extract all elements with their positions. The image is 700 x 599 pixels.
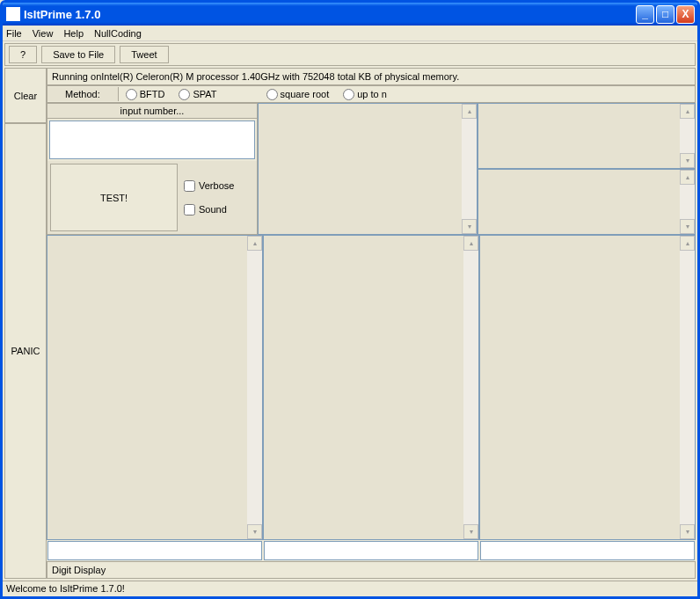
sound-checkbox[interactable]: Sound (184, 204, 253, 215)
save-to-file-button[interactable]: Save to File (41, 46, 115, 63)
menu-view[interactable]: View (33, 28, 54, 39)
titlebar: IsItPrime 1.7.0 _ □ X (3, 3, 697, 26)
radio-spat[interactable]: SPAT (179, 89, 216, 100)
system-info: Running onIntel(R) Celeron(R) M processo… (47, 68, 696, 85)
scrollbar[interactable]: ▴ ▾ (247, 236, 262, 539)
scroll-up-icon[interactable]: ▴ (247, 236, 262, 251)
scrollbar[interactable]: ▴ ▾ (463, 236, 478, 539)
scroll-up-icon[interactable]: ▴ (463, 236, 478, 251)
output-panel-2b[interactable]: ▴ ▾ (478, 169, 696, 235)
clear-button[interactable]: Clear (4, 68, 47, 123)
digit-display-label: Digit Display (52, 565, 106, 575)
radio-bftd[interactable]: BFTD (126, 89, 165, 100)
menu-file[interactable]: File (6, 28, 22, 39)
radio-upton[interactable]: up to n (343, 89, 387, 100)
window-title: IsItPrime 1.7.0 (24, 8, 100, 21)
menu-help[interactable]: Help (63, 28, 84, 39)
test-button[interactable]: TEST! (50, 164, 178, 231)
scroll-up-icon[interactable]: ▴ (680, 170, 695, 185)
scroll-down-icon[interactable]: ▾ (680, 524, 695, 539)
scroll-up-icon[interactable]: ▴ (680, 104, 695, 119)
bottom-input-3[interactable] (480, 541, 695, 560)
menu-nullcoding[interactable]: NullCoding (94, 28, 142, 39)
scrollbar[interactable]: ▴ ▾ (462, 104, 477, 234)
output-panel-1[interactable]: ▴ ▾ (258, 103, 478, 235)
bottom-input-1[interactable] (47, 541, 262, 560)
minimize-button[interactable]: _ (636, 5, 654, 24)
scrollbar[interactable]: ▴ ▾ (680, 104, 695, 168)
output-panel-2a[interactable]: ▴ ▾ (478, 103, 696, 169)
verbose-checkbox-input[interactable] (184, 180, 195, 192)
output-panel-3[interactable]: ▴ ▾ (47, 235, 263, 540)
output-panel-4[interactable]: ▴ ▾ (263, 235, 479, 540)
app-icon (6, 7, 20, 21)
digit-display-row: Digit Display (47, 561, 696, 579)
radio-upton-input[interactable] (343, 89, 354, 100)
close-button[interactable]: X (676, 5, 695, 24)
maximize-button[interactable]: □ (656, 5, 674, 24)
scroll-down-icon[interactable]: ▾ (680, 219, 695, 234)
method-row: Method: BFTD SPAT (47, 85, 696, 103)
panic-label: PANIC (11, 346, 40, 356)
bottom-input-2[interactable] (264, 541, 478, 560)
scroll-down-icon[interactable]: ▾ (462, 219, 477, 234)
radio-sqrt[interactable]: square root (266, 89, 330, 100)
help-button[interactable]: ? (9, 46, 37, 63)
output-panel-5[interactable]: ▴ ▾ (479, 235, 696, 540)
status-text: Welcome to IsItPrime 1.7.0! (6, 583, 125, 594)
number-input[interactable] (49, 121, 255, 159)
scroll-down-icon[interactable]: ▾ (463, 524, 478, 539)
scroll-down-icon[interactable]: ▾ (247, 524, 262, 539)
status-bar: Welcome to IsItPrime 1.7.0! (3, 581, 697, 596)
system-info-text: Running onIntel(R) Celeron(R) M processo… (52, 71, 459, 82)
scroll-up-icon[interactable]: ▴ (680, 236, 695, 251)
radio-bftd-input[interactable] (126, 89, 137, 100)
radio-spat-input[interactable] (179, 89, 190, 100)
scroll-up-icon[interactable]: ▴ (462, 104, 477, 119)
toolbar: ? Save to File Tweet (4, 43, 696, 66)
scrollbar[interactable]: ▴ ▾ (680, 170, 695, 234)
tweet-button[interactable]: Tweet (120, 46, 168, 63)
verbose-checkbox[interactable]: Verbose (184, 180, 253, 192)
sound-checkbox-input[interactable] (184, 204, 195, 215)
radio-sqrt-input[interactable] (266, 89, 278, 100)
method-label: Method: (47, 87, 119, 101)
panic-button[interactable]: PANIC (4, 123, 47, 579)
scroll-down-icon[interactable]: ▾ (680, 153, 695, 168)
clear-label: Clear (14, 91, 37, 101)
menubar: File View Help NullCoding (3, 26, 697, 41)
input-header: input number... (47, 104, 257, 119)
scrollbar[interactable]: ▴ ▾ (680, 236, 695, 539)
